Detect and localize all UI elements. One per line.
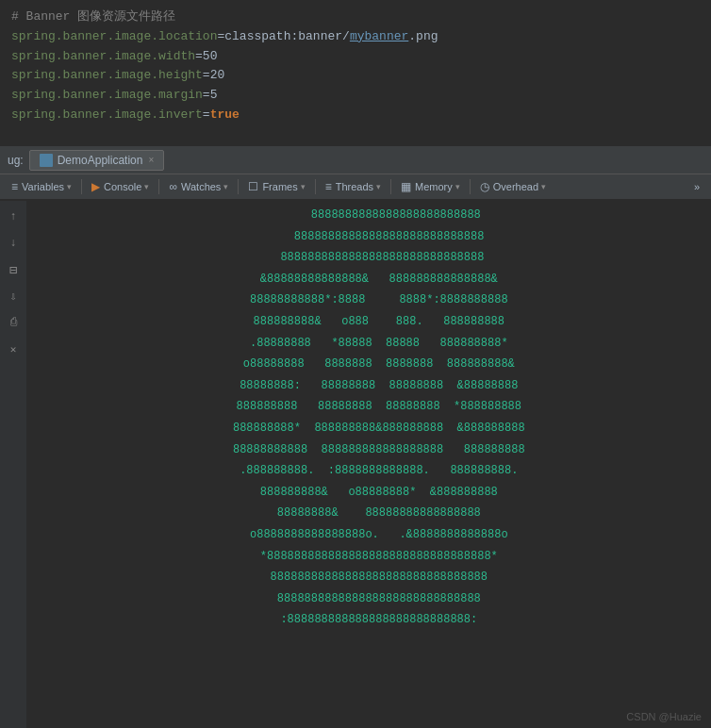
variables-label: Variables <box>22 181 64 192</box>
divider-2 <box>158 179 159 194</box>
code-line-4: spring.banner.image.height=20 <box>11 66 700 86</box>
comment-banner: # Banner 图像资源文件路径 <box>11 8 175 27</box>
frames-arrow: ▾ <box>301 182 306 191</box>
memory-icon: ▦ <box>401 180 411 193</box>
print-button[interactable]: ⎙ <box>5 314 22 331</box>
divider-6 <box>470 179 471 194</box>
toolbar-threads[interactable]: ≡ Threads ▾ <box>318 174 389 199</box>
debug-tabbar: ug: DemoApplication × <box>0 146 711 174</box>
threads-arrow: ▾ <box>376 182 381 191</box>
more-icon: » <box>694 181 700 192</box>
console-area: ↑ ↓ ⊟ ⇩ ⎙ ✕ 8888888888888888888888888 88… <box>0 201 711 728</box>
banner-line: o8888888888888888o. .&8888888888888o <box>26 524 711 546</box>
banner-line: 888888888888888888888888888888 <box>26 247 711 269</box>
banner-line: .88888888 *88888 88888 888888888* <box>26 333 711 355</box>
debug-label: ug: <box>8 154 24 167</box>
toolbar-memory[interactable]: ▦ Memory ▾ <box>393 174 468 199</box>
banner-line: 88888888& 88888888888888888 <box>26 503 711 524</box>
prop-key-width: spring.banner.image.width <box>11 47 195 67</box>
watches-label: Watches <box>181 181 221 192</box>
import-button[interactable]: ⇩ <box>5 288 22 305</box>
banner-line: 888888888888888888888888888888 <box>26 588 711 610</box>
banner-line: 888888888 88888888 88888888 *888888888 <box>26 396 711 418</box>
filter-button[interactable]: ⊟ <box>5 261 22 278</box>
banner-line: 888888888* 888888888&888888888 &88888888… <box>26 418 711 439</box>
divider-3 <box>238 179 239 194</box>
app-tab-label: DemoApplication <box>58 154 143 167</box>
toolbar-frames[interactable]: ☐ Frames ▾ <box>240 174 312 199</box>
toolbar-watches[interactable]: ∞ Watches ▾ <box>161 174 236 199</box>
console-output: 8888888888888888888888888 88888888888888… <box>26 201 711 728</box>
memory-label: Memory <box>415 181 453 192</box>
banner-line: 8888888888888888888888888 <box>26 205 711 226</box>
prop-key-margin: spring.banner.image.margin <box>11 86 203 106</box>
code-line-2: spring.banner.image.location=classpath:b… <box>11 27 700 47</box>
code-line-1: # Banner 图像资源文件路径 <box>11 8 700 27</box>
toolbar-overhead[interactable]: ◷ Overhead ▾ <box>472 174 554 199</box>
divider-4 <box>315 179 316 194</box>
banner-line: *888888888888888888888888888888888* <box>26 546 711 568</box>
console-arrow: ▾ <box>144 182 149 191</box>
console-icon: ▶ <box>91 180 100 193</box>
left-gutter: ↑ ↓ ⊟ ⇩ ⎙ ✕ <box>0 201 26 728</box>
overhead-icon: ◷ <box>480 180 489 193</box>
watches-icon: ∞ <box>169 180 177 193</box>
threads-icon: ≡ <box>325 180 332 193</box>
banner-line: 888888888& o888 888. 888888888 <box>26 311 711 333</box>
banner-line: o88888888 8888888 8888888 888888888& <box>26 354 711 375</box>
debug-toolbar: ≡ Variables ▾ ▶ Console ▾ ∞ Watches ▾ ☐ … <box>0 174 711 201</box>
banner-line: 88888888: 88888888 88888888 &88888888 <box>26 375 711 397</box>
delete-button[interactable]: ✕ <box>5 340 22 357</box>
toolbar-more[interactable]: » <box>686 174 707 199</box>
variables-icon: ≡ <box>11 180 18 193</box>
divider-5 <box>390 179 391 194</box>
watermark: CSDN @Huazie <box>626 711 702 722</box>
frames-label: Frames <box>262 181 297 192</box>
overhead-arrow: ▾ <box>541 182 546 191</box>
demo-application-tab[interactable]: DemoApplication × <box>29 150 165 171</box>
app-tab-close[interactable]: × <box>148 155 154 165</box>
banner-line: 8888888888888888888888888888 <box>26 226 711 248</box>
variables-arrow: ▾ <box>67 182 72 191</box>
banner-line: 88888888888888888888888888888888 <box>26 567 711 588</box>
prop-key-height: spring.banner.image.height <box>11 66 203 86</box>
frames-icon: ☐ <box>248 180 258 193</box>
divider-1 <box>81 179 82 194</box>
banner-line: .888888888. :8888888888888. 888888888. <box>26 460 711 482</box>
code-line-6: spring.banner.image.invert=true <box>11 106 700 125</box>
banner-line: 88888888888*:8888 8888*:8888888888 <box>26 290 711 311</box>
scroll-up-button[interactable]: ↑ <box>5 208 22 225</box>
code-editor: # Banner 图像资源文件路径 spring.banner.image.lo… <box>0 0 711 146</box>
banner-line: &88888888888888& 888888888888888& <box>26 269 711 290</box>
banner-line: 88888888888 888888888888888888 888888888 <box>26 439 711 461</box>
code-line-5: spring.banner.image.margin=5 <box>11 86 700 106</box>
watches-arrow: ▾ <box>223 182 228 191</box>
prop-key-invert: spring.banner.image.invert <box>11 106 203 125</box>
console-label: Console <box>104 181 141 192</box>
threads-label: Threads <box>336 181 373 192</box>
banner-display: 8888888888888888888888888 88888888888888… <box>26 205 711 631</box>
toolbar-variables[interactable]: ≡ Variables ▾ <box>4 174 79 199</box>
toolbar-console[interactable]: ▶ Console ▾ <box>84 174 157 199</box>
banner-line: :888888888888888888888888888: <box>26 609 711 631</box>
app-tab-icon <box>40 154 53 167</box>
banner-line: 888888888& o88888888* &888888888 <box>26 482 711 504</box>
memory-arrow: ▾ <box>455 182 460 191</box>
code-line-3: spring.banner.image.width=50 <box>11 47 700 67</box>
overhead-label: Overhead <box>493 181 538 192</box>
prop-key-location: spring.banner.image.location <box>11 27 217 47</box>
scroll-down-button[interactable]: ↓ <box>5 235 22 252</box>
